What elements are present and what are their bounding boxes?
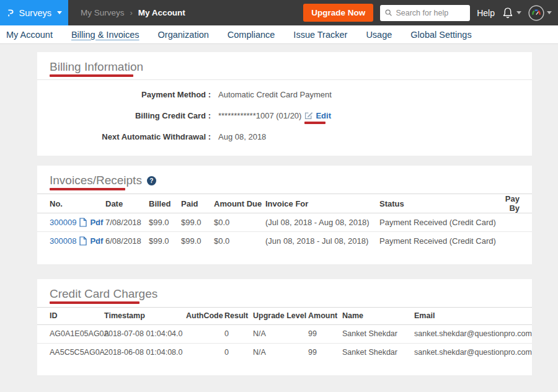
- column-header: Name: [342, 307, 414, 324]
- card-number-masked: ************1007 (01/20): [218, 111, 301, 120]
- invoice-for: (Jul 08, 2018 - Aug 08, 2018): [265, 213, 379, 232]
- breadcrumb-parent[interactable]: My Surveys: [81, 8, 125, 17]
- charge-name: Sanket Shekdar: [342, 343, 414, 362]
- charge-result: 0: [224, 324, 253, 343]
- chevron-down-icon: [516, 11, 521, 14]
- help-search[interactable]: [380, 5, 470, 21]
- column-header: No.: [37, 194, 105, 213]
- column-header: Amount: [308, 307, 342, 324]
- billing-page: Billing Information Payment Method : Aut…: [0, 44, 558, 375]
- avatar: [528, 5, 544, 21]
- column-header: Timestamp: [104, 307, 186, 324]
- help-circle-icon[interactable]: ?: [147, 176, 156, 185]
- invoice-billed: $99.0: [149, 232, 181, 251]
- charge-row: AA5C5C5AG0A 2018-06-08 01:04:08.0 0 N/A …: [37, 343, 532, 362]
- charge-id: AA5C5C5AG0A: [37, 343, 104, 362]
- pdf-link[interactable]: Pdf: [90, 236, 103, 246]
- invoice-for: (Jun 08, 2018 - Jul 08, 2018): [265, 232, 379, 251]
- billing-information-header: Billing Information: [37, 52, 532, 80]
- charges-table: ID Timestamp AuthCode Result Upgrade Lev…: [37, 307, 532, 362]
- tab-my-account[interactable]: My Account: [6, 30, 53, 40]
- charge-id: AG0A1E05AG0A: [37, 324, 104, 343]
- column-header: Paid: [181, 194, 214, 213]
- invoice-pay-by: [494, 213, 532, 232]
- charge-result: 0: [224, 343, 253, 362]
- column-header: Billed: [149, 194, 181, 213]
- invoices-receipts-card: Invoices/Receipts? No. Date Billed Paid …: [37, 166, 532, 264]
- billing-information-card: Billing Information Payment Method : Aut…: [37, 52, 532, 156]
- upgrade-now-button[interactable]: Upgrade Now: [303, 4, 373, 22]
- edit-label: Edit: [316, 111, 331, 120]
- invoices-header: Invoices/Receipts?: [37, 166, 532, 194]
- invoice-date: 7/08/2018: [105, 213, 149, 232]
- payment-method-row: Payment Method : Automatic Credit Card P…: [37, 84, 532, 105]
- topbar-actions: Upgrade Now Help: [303, 4, 558, 22]
- charge-amount: 99: [308, 324, 342, 343]
- product-switcher[interactable]: Surveys: [0, 0, 68, 25]
- tab-issue-tracker[interactable]: Issue Tracker: [293, 30, 347, 40]
- breadcrumb-current: My Account: [138, 8, 185, 17]
- field-label: Billing Credit Card :: [37, 111, 211, 120]
- section-title: Billing Information: [50, 60, 143, 74]
- tab-usage[interactable]: Usage: [366, 30, 392, 40]
- bell-icon: [502, 6, 514, 20]
- account-menu-button[interactable]: [528, 5, 552, 21]
- column-header: Pay By: [494, 194, 532, 213]
- section-title: Credit Card Charges: [50, 287, 157, 301]
- field-label: Next Automatic Withdrawal :: [37, 132, 211, 141]
- column-header: Email: [414, 307, 532, 324]
- questionpro-logo-icon: [7, 4, 14, 22]
- account-nav: My Account Billing & Invoices Organizati…: [0, 25, 558, 44]
- chevron-down-icon: [547, 11, 552, 14]
- billing-credit-card-row: Billing Credit Card : ************1007 (…: [37, 105, 532, 126]
- billing-fields: Payment Method : Automatic Credit Card P…: [37, 80, 532, 156]
- red-underline-annotation: [50, 301, 140, 304]
- breadcrumb: My Surveys › My Account: [81, 8, 185, 17]
- edit-card-link[interactable]: Edit: [304, 111, 331, 120]
- charge-upgrade-level: N/A: [253, 343, 308, 362]
- tab-organization[interactable]: Organization: [158, 30, 209, 40]
- invoice-pay-by: [494, 232, 532, 251]
- charge-authcode: [186, 324, 224, 343]
- column-header: Amount Due: [214, 194, 265, 213]
- edit-icon: [304, 111, 313, 120]
- charge-email: sanket.shekdar@questionpro.com: [414, 324, 532, 343]
- help-link[interactable]: Help: [477, 8, 495, 18]
- search-input[interactable]: [396, 9, 465, 17]
- invoice-date: 6/08/2018: [105, 232, 149, 251]
- charge-email: sanket.shekdar@questionpro.com: [414, 343, 532, 362]
- column-header: Date: [105, 194, 149, 213]
- notifications-button[interactable]: [502, 6, 521, 20]
- red-underline-annotation: [50, 188, 125, 190]
- field-value: ************1007 (01/20) Edit: [218, 111, 331, 120]
- invoice-status: Payment Received (Credit Card): [379, 213, 494, 232]
- pdf-file-icon: [79, 236, 87, 246]
- red-underline-annotation: [50, 74, 133, 77]
- section-title: Invoices/Receipts: [50, 174, 142, 187]
- invoice-number-link[interactable]: 300008: [50, 236, 76, 246]
- invoice-amount-due: $0.0: [214, 213, 265, 232]
- column-header: Upgrade Level: [253, 307, 308, 324]
- column-header: Invoice For: [265, 194, 379, 213]
- invoice-paid: $99.0: [181, 213, 214, 232]
- credit-card-charges-card: Credit Card Charges ID Timestamp AuthCod…: [37, 279, 532, 376]
- column-header: Status: [379, 194, 494, 213]
- invoice-status: Payment Received (Credit Card): [379, 232, 494, 251]
- charge-upgrade-level: N/A: [253, 324, 308, 343]
- tab-compliance[interactable]: Compliance: [228, 30, 275, 40]
- invoice-billed: $99.0: [149, 213, 181, 232]
- charge-amount: 99: [308, 343, 342, 362]
- invoice-amount-due: $0.0: [214, 232, 265, 251]
- invoices-table: No. Date Billed Paid Amount Due Invoice …: [37, 194, 532, 251]
- pdf-file-icon: [79, 218, 87, 227]
- tab-billing-invoices[interactable]: Billing & Invoices: [71, 30, 140, 40]
- charge-row: AG0A1E05AG0A 2018-07-08 01:04:04.0 0 N/A…: [37, 324, 532, 343]
- pdf-link[interactable]: Pdf: [90, 218, 103, 227]
- tab-global-settings[interactable]: Global Settings: [410, 30, 471, 40]
- charges-header: Credit Card Charges: [37, 279, 532, 307]
- invoice-number-link[interactable]: 300009: [50, 218, 76, 227]
- charge-authcode: [186, 343, 224, 362]
- invoice-paid: $99.0: [181, 232, 214, 251]
- column-header: Result: [224, 307, 253, 324]
- product-label: Surveys: [19, 8, 51, 18]
